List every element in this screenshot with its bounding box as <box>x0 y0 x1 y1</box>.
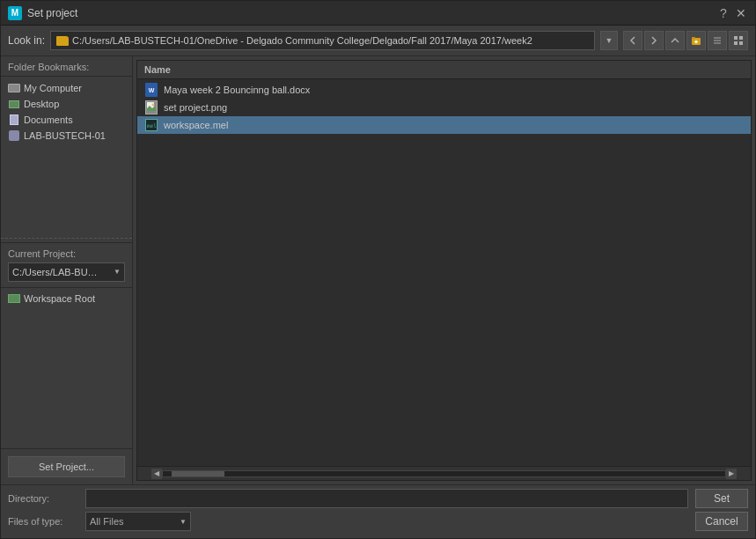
dialog-set-project: M Set project ? ✕ Look in: C:/Users/LAB-… <box>0 0 756 539</box>
word-file-icon: W <box>144 83 158 97</box>
documents-icon <box>8 114 20 126</box>
bookmark-list: My Computer Desktop Documents <box>1 77 132 234</box>
scrollbar-track[interactable] <box>162 470 726 477</box>
file-name-docx: Maya week 2 Bouncinng ball.docx <box>164 85 310 95</box>
title-bar-controls: ? ✕ <box>716 6 748 20</box>
close-button[interactable]: ✕ <box>734 6 748 20</box>
bookmark-my-computer-label: My Computer <box>24 83 82 93</box>
help-button[interactable]: ? <box>716 6 730 20</box>
current-project-value: C:/Users/LAB-BUSTE... <box>12 267 100 277</box>
svg-rect-8 <box>739 36 743 40</box>
bookmark-my-computer[interactable]: My Computer <box>1 80 132 96</box>
dialog-title: Set project <box>27 7 716 19</box>
look-in-label: Look in: <box>8 34 45 47</box>
set-project-btn-area: Set Project... <box>1 448 132 484</box>
dropdown-arrow-icon: ▼ <box>114 268 121 276</box>
file-item-mel[interactable]: mel workspace.mel <box>137 116 751 134</box>
files-of-type-dropdown[interactable]: All Files ▼ <box>85 512 191 531</box>
monitor-icon <box>8 82 20 94</box>
current-project-section: Current Project: C:/Users/LAB-BUSTE... ▼ <box>1 242 132 287</box>
set-button[interactable]: Set <box>695 489 748 508</box>
png-file-icon <box>144 100 158 114</box>
look-in-dropdown[interactable]: ▼ <box>600 31 618 50</box>
bookmark-documents-label: Documents <box>24 114 73 125</box>
directory-label: Directory: <box>8 493 78 504</box>
bookmark-lab-bustech-label: LAB-BUSTECH-01 <box>24 130 106 141</box>
new-folder-button[interactable] <box>686 31 706 50</box>
scroll-left-button[interactable]: ◀ <box>151 469 162 479</box>
look-in-bar: Look in: C:/Users/LAB-BUSTECH-01/OneDriv… <box>1 26 755 56</box>
file-item-png[interactable]: set project.png <box>137 99 751 116</box>
svg-point-13 <box>152 104 155 107</box>
app-icon: M <box>8 6 22 20</box>
files-of-type-arrow: ▼ <box>180 518 187 526</box>
svg-rect-1 <box>692 37 695 39</box>
bookmark-desktop[interactable]: Desktop <box>1 96 132 112</box>
file-browser: Name W Maya week 2 Bouncinng ball.docx <box>136 60 752 481</box>
current-project-dropdown[interactable]: C:/Users/LAB-BUSTE... ▼ <box>8 262 125 282</box>
svg-rect-9 <box>734 41 738 45</box>
svg-rect-7 <box>734 36 738 40</box>
look-in-path[interactable]: C:/Users/LAB-BUSTECH-01/OneDrive - Delga… <box>50 31 595 50</box>
files-of-type-label: Files of type: <box>8 516 78 527</box>
set-project-sidebar-button[interactable]: Set Project... <box>8 456 125 477</box>
file-name-png: set project.png <box>164 102 227 113</box>
desktop-icon <box>8 98 20 110</box>
up-button[interactable] <box>665 31 685 50</box>
directory-row: Directory: Set <box>8 489 748 508</box>
bottom-bar: Directory: Set Files of type: All Files … <box>1 484 755 538</box>
bookmarks-header: Folder Bookmarks: <box>1 56 132 77</box>
file-scrollbar-area: ◀ ▶ <box>137 466 751 480</box>
toolbar-buttons <box>623 31 748 50</box>
file-list: W Maya week 2 Bouncinng ball.docx <box>137 79 751 466</box>
file-type-row: Files of type: All Files ▼ Cancel <box>8 512 748 531</box>
directory-input[interactable] <box>85 489 688 508</box>
bookmark-desktop-label: Desktop <box>24 99 59 109</box>
user-icon <box>8 129 20 142</box>
back-button[interactable] <box>623 31 642 50</box>
file-name-mel: workspace.mel <box>164 120 228 130</box>
workspace-root-label: Workspace Root <box>24 293 95 304</box>
svg-text:mel: mel <box>147 122 157 129</box>
file-browser-header: Name <box>137 61 751 79</box>
workspace-root-icon <box>8 294 20 303</box>
mel-file-icon: mel <box>144 118 158 132</box>
detail-view-button[interactable] <box>729 31 748 50</box>
scroll-right-button[interactable]: ▶ <box>726 469 737 479</box>
title-bar: M Set project ? ✕ <box>1 1 755 26</box>
workspace-root-item[interactable]: Workspace Root <box>8 293 125 304</box>
files-of-type-value: All Files <box>90 516 124 527</box>
bookmark-lab-bustech[interactable]: LAB-BUSTECH-01 <box>1 128 132 144</box>
left-panel: Folder Bookmarks: My Computer Desktop <box>1 56 133 484</box>
list-view-button[interactable] <box>708 31 727 50</box>
svg-rect-10 <box>739 41 743 45</box>
main-content: Folder Bookmarks: My Computer Desktop <box>1 56 755 484</box>
folder-icon <box>56 36 69 46</box>
workspace-root-section: Workspace Root <box>1 287 132 449</box>
forward-button[interactable] <box>644 31 664 50</box>
file-item-docx[interactable]: W Maya week 2 Bouncinng ball.docx <box>137 81 751 99</box>
look-in-path-text: C:/Users/LAB-BUSTECH-01/OneDrive - Delga… <box>72 35 532 46</box>
col-name-header: Name <box>144 64 171 75</box>
scrollbar-thumb <box>172 471 224 476</box>
cancel-button[interactable]: Cancel <box>695 512 748 531</box>
current-project-label: Current Project: <box>8 248 125 259</box>
bookmark-documents[interactable]: Documents <box>1 112 132 128</box>
